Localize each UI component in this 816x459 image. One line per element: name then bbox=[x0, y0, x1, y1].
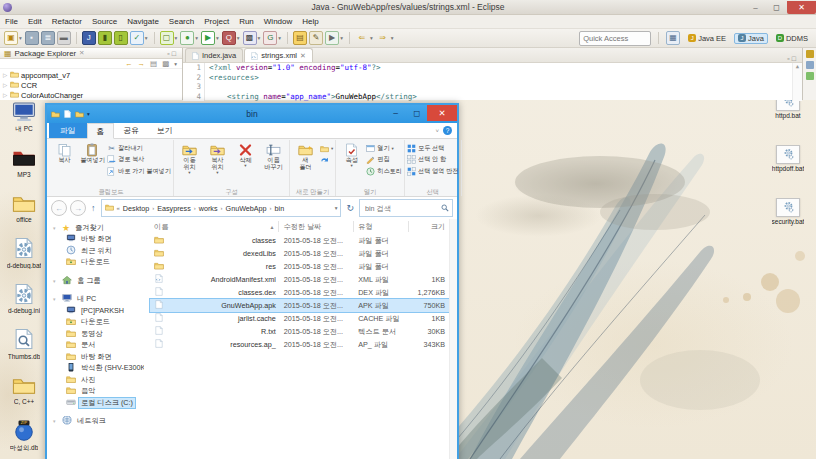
back-button[interactable]: ← bbox=[51, 200, 67, 216]
sidebar-item-즐겨찾기[interactable]: ▾★즐겨찾기 bbox=[47, 222, 144, 234]
sidebar-item-문서[interactable]: 문서 bbox=[47, 340, 144, 352]
desktop-icon-d-debug-ini[interactable]: d-debug.ini bbox=[1, 281, 47, 327]
run-history-dropdown-icon[interactable]: ▾ bbox=[237, 35, 240, 41]
refresh-icon[interactable]: ↻ bbox=[344, 203, 356, 213]
run-history-icon[interactable]: Q bbox=[222, 31, 236, 45]
new-android-project-icon[interactable]: ▢ bbox=[160, 31, 174, 45]
sidebar-item-홈-그룹[interactable]: ▾홈 그룹 bbox=[47, 275, 144, 287]
sidebar-item-로컬-디스크-c[interactable]: 로컬 디스크 (C:) bbox=[47, 397, 144, 409]
editor-tab-index-java[interactable]: Index.java bbox=[185, 48, 243, 62]
expander-icon[interactable]: ▷ bbox=[3, 82, 8, 88]
external-tools-dropdown-icon[interactable]: ▾ bbox=[340, 35, 343, 41]
save-icon[interactable]: ▪ bbox=[25, 31, 39, 45]
column-header-크기[interactable]: 크기 bbox=[408, 221, 449, 232]
pencil-icon[interactable] bbox=[806, 50, 814, 58]
explorer-maximize-button[interactable]: ◻ bbox=[406, 105, 427, 121]
menu-item-window[interactable]: Window bbox=[259, 17, 297, 26]
ribbon-tab-공유[interactable]: 공유 bbox=[114, 123, 148, 138]
ribbon-button-새-폴더[interactable]: 새폴더 bbox=[292, 140, 319, 171]
ribbon-item-모두-선택[interactable]: 모두 선택 bbox=[407, 143, 459, 153]
coverage-dropdown-icon[interactable]: ▾ bbox=[278, 35, 281, 41]
expander-icon[interactable]: ▷ bbox=[3, 92, 8, 98]
new-java-icon[interactable]: J bbox=[82, 31, 96, 45]
close-icon[interactable]: ✕ bbox=[300, 52, 306, 60]
print-icon[interactable]: ▬ bbox=[57, 31, 71, 45]
breadcrumb-segment-bin[interactable]: bin bbox=[275, 204, 285, 213]
outline-icon[interactable] bbox=[806, 72, 814, 80]
perspective-java[interactable]: JJava bbox=[734, 33, 768, 44]
sidebar-item-바탕-화면[interactable]: 바탕 화면 bbox=[47, 351, 144, 363]
ribbon-item-잘라내기[interactable]: ✂잘라내기 bbox=[107, 143, 171, 153]
ribbon-button-속성[interactable]: 속성▾ bbox=[338, 140, 365, 168]
ribbon-item-선택-영역-반전[interactable]: 선택 영역 반전 bbox=[407, 166, 459, 176]
back-dropdown-icon[interactable]: ▾ bbox=[370, 35, 373, 41]
ribbon-tab-홈[interactable]: 홈 bbox=[87, 123, 115, 139]
column-header-수정한-날짜[interactable]: 수정한 날짜 bbox=[278, 221, 353, 232]
lint-icon[interactable]: ✓ bbox=[130, 31, 144, 45]
sidebar-item-최근-위치[interactable]: 최근 위치 bbox=[47, 245, 144, 257]
explorer-minimize-button[interactable]: – bbox=[385, 105, 406, 121]
file-row-classes[interactable]: classes2015-05-18 오전...파일 폴더 bbox=[150, 234, 449, 247]
menu-item-run[interactable]: Run bbox=[234, 17, 259, 26]
debug-dropdown-icon[interactable]: ▾ bbox=[195, 35, 198, 41]
close-icon[interactable]: ✕ bbox=[79, 49, 84, 57]
eclipse-close-button[interactable]: ✕ bbox=[787, 1, 816, 14]
desktop-icon-httpdoff-bat[interactable]: httpdoff.bat bbox=[760, 145, 816, 198]
column-header-유형[interactable]: 유형 bbox=[353, 221, 408, 232]
sidebar-item-네트워크[interactable]: ▾네트워크 bbox=[47, 416, 144, 428]
sidebar-item-동영상[interactable]: 동영상 bbox=[47, 328, 144, 340]
menu-item-file[interactable]: File bbox=[0, 17, 23, 26]
quick-access-input[interactable] bbox=[579, 31, 651, 46]
android-sdk-manager-icon[interactable]: ▮ bbox=[98, 31, 112, 45]
desktop-icon-thumbs-db[interactable]: Thumbs.db bbox=[1, 327, 47, 373]
up-button[interactable]: ↑ bbox=[89, 203, 98, 213]
run-dropdown-icon[interactable]: ▾ bbox=[216, 35, 219, 41]
sidebar-item-내-pc[interactable]: ▾내 PC bbox=[47, 294, 144, 306]
forward-arrow-icon[interactable]: → bbox=[138, 59, 146, 68]
desktop-icon-d-debug-bat[interactable]: d-debug.bat bbox=[1, 236, 47, 282]
panel-minimize-maximize-icons[interactable]: ▫□ bbox=[167, 50, 178, 57]
code-editor[interactable]: 1234 <?xml version="1.0" encoding="utf-8… bbox=[183, 63, 802, 101]
ribbon-button-삭제[interactable]: 삭제▾ bbox=[232, 140, 259, 168]
expander-icon[interactable]: ▾ bbox=[53, 296, 59, 302]
perspective-java-ee[interactable]: JJava EE bbox=[684, 33, 730, 44]
sidebar-item-다운로드[interactable]: 다운로드 bbox=[47, 257, 144, 269]
open-resource-icon[interactable]: ▤ bbox=[293, 31, 307, 45]
collapse-all-icon[interactable]: ▤ bbox=[150, 59, 157, 68]
file-list-scrollbar[interactable] bbox=[449, 219, 457, 459]
coverage-icon[interactable]: G bbox=[263, 31, 277, 45]
save-all-icon[interactable]: ≣ bbox=[41, 31, 55, 45]
expander-icon[interactable]: ▾ bbox=[53, 278, 59, 284]
ribbon-button-붙여넣기[interactable]: 붙여넣기 bbox=[79, 140, 106, 164]
ribbon-button-이동-위치[interactable]: 이동위치▾ bbox=[176, 140, 203, 175]
desktop-icon-c-c[interactable]: C, C++ bbox=[1, 372, 47, 418]
ribbon-item-easy-access[interactable]: ▾ bbox=[320, 143, 333, 153]
ribbon-item-선택-안-함[interactable]: 선택 안 함 bbox=[407, 155, 459, 165]
perspective-ddms[interactable]: DDDMS bbox=[772, 33, 812, 44]
breadcrumb-segment-works[interactable]: works bbox=[199, 204, 218, 213]
menu-item-project[interactable]: Project bbox=[199, 17, 234, 26]
file-row-gnuwebapp-apk[interactable]: GnuWebApp.apk2015-05-18 오전...APK 파일750KB bbox=[150, 299, 449, 312]
ribbon-tab-보기[interactable]: 보기 bbox=[148, 123, 182, 138]
ribbon-tab-file[interactable]: 파일 bbox=[49, 123, 87, 138]
tree-item-ccr[interactable]: ▷CCR bbox=[3, 80, 182, 90]
ribbon-button-복사[interactable]: 복사 bbox=[51, 140, 78, 164]
sidebar-item-박석환-shv-e300k[interactable]: 박석환 (SHV-E300K bbox=[47, 363, 144, 375]
ribbon-item-경로-복사[interactable]: 경로 복사 bbox=[107, 155, 171, 165]
ribbon-item-바로-가기-붙여넣기[interactable]: 바로 가기 붙여넣기 bbox=[107, 166, 171, 176]
help-icon[interactable]: ? bbox=[443, 126, 452, 135]
perspective-switcher-icon[interactable]: ▦ bbox=[666, 31, 680, 45]
ribbon-item-히스토리[interactable]: 히스토리 bbox=[366, 166, 402, 176]
link-editor-icon[interactable]: ▩ bbox=[162, 59, 169, 68]
debug-icon[interactable]: ● bbox=[180, 31, 194, 45]
new-folder-qat-icon[interactable] bbox=[63, 110, 72, 118]
scroll-up-icon[interactable]: ▲ bbox=[796, 63, 799, 69]
ribbon-item-편집[interactable]: 편집 bbox=[366, 155, 402, 165]
breadcrumb-segment-easypress[interactable]: Easypress bbox=[157, 204, 191, 213]
folder-icon[interactable] bbox=[51, 110, 60, 118]
junit-icon[interactable]: ▩ bbox=[243, 31, 257, 45]
desktop-icon-office[interactable]: office bbox=[1, 190, 47, 236]
file-row-res[interactable]: res2015-05-18 오전...파일 폴더 bbox=[150, 260, 449, 273]
breadcrumb-segment-desktop[interactable]: Desktop bbox=[123, 204, 149, 213]
desktop-icon-내-pc[interactable]: 내 PC bbox=[1, 99, 47, 145]
